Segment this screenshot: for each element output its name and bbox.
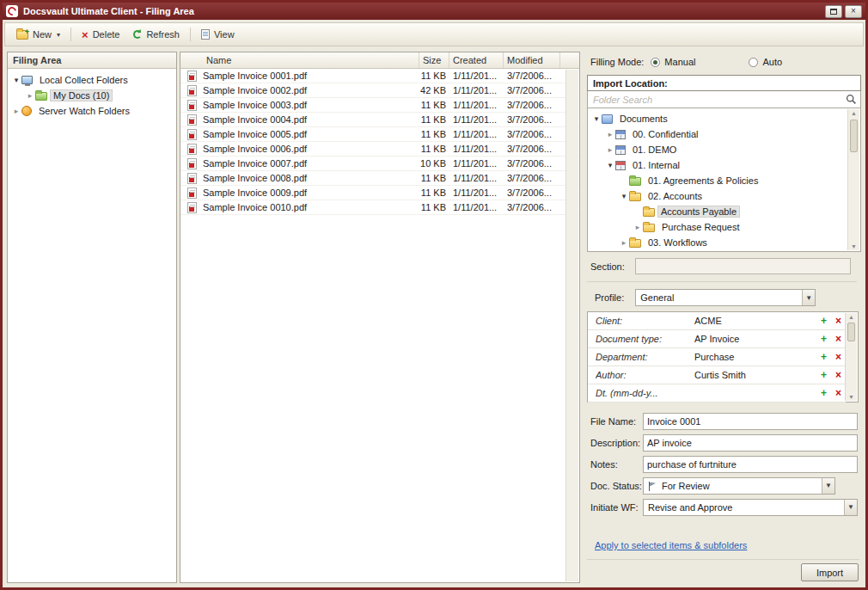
flag-icon — [647, 482, 657, 491]
column-header-modified[interactable]: Modified — [504, 52, 560, 68]
delete-icon: × — [82, 29, 89, 40]
expander-icon[interactable]: ▸ — [11, 108, 21, 115]
app-logo-icon — [6, 5, 18, 17]
expander-icon[interactable]: ▾ — [591, 115, 602, 123]
toolbar-separator — [190, 28, 191, 41]
add-value-button[interactable]: + — [816, 369, 831, 381]
tree-item-agreements-policies[interactable]: 01. Agreements & Policies — [588, 173, 847, 188]
cabinet-icon — [615, 161, 626, 170]
table-row[interactable]: Sample Invoice 0002.pdf 42 KB 1/11/201..… — [180, 83, 579, 98]
tree-item-server-watch-folders[interactable]: ▸ Server Watch Folders — [8, 103, 176, 119]
close-button[interactable]: × — [845, 5, 862, 18]
radio-manual-label: Manual — [664, 57, 695, 67]
computer-icon — [21, 76, 33, 84]
file-name: Sample Invoice 0002.pdf — [203, 85, 419, 95]
column-header-created[interactable]: Created — [449, 52, 504, 68]
file-size: 11 KB — [419, 100, 449, 110]
folder-icon — [643, 224, 655, 232]
file-list-body: Sample Invoice 0001.pdf 11 KB 1/11/201..… — [180, 69, 579, 215]
expander-icon[interactable]: ▸ — [605, 146, 615, 154]
expander-icon[interactable]: ▸ — [619, 239, 629, 247]
expander-icon[interactable]: ▸ — [633, 224, 643, 231]
expander-icon[interactable]: ▸ — [25, 92, 35, 100]
file-created: 1/11/201... — [449, 71, 504, 81]
scroll-up-icon[interactable]: ▲ — [846, 314, 857, 320]
tree-item-purchase-request[interactable]: ▸ Purchase Request — [588, 219, 847, 235]
maximize-button[interactable] — [825, 5, 842, 18]
file-name-label: File Name: — [590, 416, 643, 427]
table-row[interactable]: Sample Invoice 0008.pdf 11 KB 1/11/201..… — [180, 171, 579, 186]
profile-select[interactable]: General ▼ — [635, 289, 816, 306]
add-value-button[interactable]: + — [816, 351, 831, 363]
initiate-wf-select[interactable]: Revise and Approve ▼ — [643, 499, 858, 516]
description-input[interactable] — [643, 434, 858, 452]
apply-to-selected-link[interactable]: Apply to selected items & subfolders — [595, 540, 747, 550]
profile-field-value[interactable]: Purchase — [694, 352, 816, 362]
expander-icon[interactable]: ▾ — [619, 193, 629, 200]
profile-field-row: Author: Curtis Smith + × — [588, 366, 846, 384]
tree-item-accounts-payable[interactable]: Accounts Payable — [588, 204, 847, 219]
view-button[interactable]: View — [195, 27, 241, 42]
import-button[interactable]: Import — [801, 563, 859, 581]
file-name-input[interactable] — [643, 413, 858, 430]
scrollbar-thumb[interactable] — [850, 120, 858, 152]
tree-scrollbar[interactable]: ▲ ▼ — [847, 109, 859, 250]
table-row[interactable]: Sample Invoice 0007.pdf 10 KB 1/11/201..… — [180, 157, 579, 171]
doc-status-select[interactable]: For Review ▼ — [643, 477, 835, 495]
chevron-down-icon: ▾ — [57, 31, 60, 39]
tree-item-my-docs[interactable]: ▸ My Docs (10) — [8, 88, 176, 103]
file-list-header: Name Size Created Modified — [180, 52, 579, 69]
expander-icon[interactable]: ▾ — [11, 77, 21, 84]
scroll-down-icon[interactable]: ▼ — [846, 394, 857, 400]
tree-item-workflows[interactable]: ▸ 03. Workflows — [588, 235, 847, 250]
tree-item-local-collect-folders[interactable]: ▾ Local Collect Folders — [8, 72, 176, 88]
section-field[interactable] — [635, 258, 851, 274]
expander-icon[interactable]: ▾ — [605, 162, 615, 169]
scrollbar-thumb[interactable] — [847, 323, 855, 341]
remove-value-button[interactable]: × — [831, 333, 846, 345]
profile-field-value[interactable]: AP Invoice — [694, 334, 816, 344]
remove-value-button[interactable]: × — [831, 387, 846, 399]
delete-button[interactable]: × Delete — [76, 27, 125, 43]
pdf-icon — [187, 71, 197, 82]
scroll-down-icon[interactable]: ▼ — [848, 243, 859, 249]
table-row[interactable]: Sample Invoice 0001.pdf 11 KB 1/11/201..… — [180, 69, 579, 83]
tree-item-demo[interactable]: ▸ 01. DEMO — [588, 142, 847, 157]
pdf-icon — [187, 85, 197, 96]
add-value-button[interactable]: + — [816, 333, 831, 345]
new-button[interactable]: New ▾ — [10, 27, 66, 42]
table-row[interactable]: Sample Invoice 0009.pdf 11 KB 1/11/201..… — [180, 186, 579, 200]
tree-item-confidential[interactable]: ▸ 00. Confidential — [588, 126, 847, 142]
table-row[interactable]: Sample Invoice 0005.pdf 11 KB 1/11/201..… — [180, 127, 579, 142]
table-row[interactable]: Sample Invoice 0010.pdf 11 KB 1/11/201..… — [180, 200, 579, 215]
radio-manual[interactable]: Manual — [651, 57, 695, 67]
table-row[interactable]: Sample Invoice 0006.pdf 11 KB 1/11/201..… — [180, 142, 579, 157]
toolbar-separator — [70, 28, 71, 41]
scroll-up-icon[interactable]: ▲ — [848, 110, 859, 116]
profile-field-value[interactable]: Curtis Smith — [694, 370, 816, 380]
tree-item-internal[interactable]: ▾ 01. Internal — [588, 157, 847, 173]
column-header-size[interactable]: Size — [419, 52, 449, 68]
tree-item-accounts[interactable]: ▾ 02. Accounts — [588, 188, 847, 204]
documents-icon — [602, 114, 613, 124]
add-value-button[interactable]: + — [816, 315, 831, 327]
file-list-scrollbar[interactable] — [565, 70, 578, 581]
table-row[interactable]: Sample Invoice 0004.pdf 11 KB 1/11/201..… — [180, 113, 579, 127]
notes-input[interactable] — [643, 456, 858, 473]
remove-value-button[interactable]: × — [831, 369, 846, 381]
column-header-name[interactable]: Name — [180, 52, 419, 68]
cabinet-icon — [615, 130, 626, 139]
add-value-button[interactable]: + — [816, 387, 831, 399]
expander-icon[interactable]: ▸ — [605, 131, 615, 138]
folder-search-input[interactable] — [591, 95, 846, 105]
refresh-button[interactable]: Refresh — [127, 27, 186, 42]
profile-field-value[interactable]: ACME — [694, 316, 816, 326]
search-icon[interactable] — [846, 94, 857, 105]
tree-item-documents[interactable]: ▾ Documents — [588, 111, 847, 126]
radio-auto[interactable]: Auto — [749, 57, 782, 67]
remove-value-button[interactable]: × — [831, 351, 846, 363]
remove-value-button[interactable]: × — [831, 315, 846, 327]
profile-grid-scrollbar[interactable]: ▲ ▼ — [845, 313, 857, 401]
file-modified: 3/7/2006... — [504, 173, 560, 183]
table-row[interactable]: Sample Invoice 0003.pdf 11 KB 1/11/201..… — [180, 98, 579, 113]
